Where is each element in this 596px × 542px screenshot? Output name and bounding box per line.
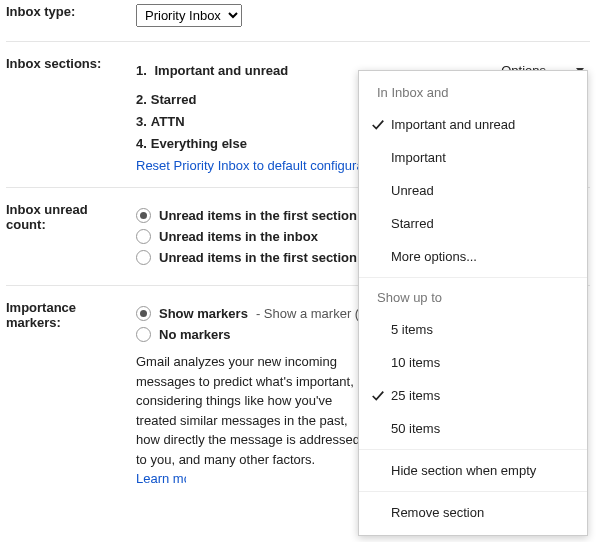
divider: [6, 41, 590, 42]
dropdown-header: In Inbox and: [359, 77, 587, 108]
dropdown-limit-item[interactable]: 50 items: [359, 412, 587, 445]
radio-label: No markers: [159, 327, 231, 342]
section-name: Starred: [151, 92, 197, 107]
label-importance: Importance markers:: [0, 296, 130, 493]
dropdown-limit-item[interactable]: 5 items: [359, 313, 587, 346]
dropdown-limit-item[interactable]: 10 items: [359, 346, 587, 379]
dropdown-divider: [359, 449, 587, 450]
label-inbox-type: Inbox type:: [0, 0, 130, 31]
dropdown-filter-item[interactable]: Unread: [359, 174, 587, 207]
radio-label: Unread items in the inbox: [159, 229, 318, 244]
dropdown-filter-item[interactable]: Important: [359, 141, 587, 174]
check-icon: [371, 118, 385, 132]
section-name: Everything else: [151, 136, 247, 151]
radio-show-markers[interactable]: [136, 306, 151, 321]
label-inbox-sections: Inbox sections:: [0, 52, 130, 177]
section-number: 1.: [136, 63, 147, 78]
radio-label: Show markers: [159, 306, 248, 321]
section-number: 3.: [136, 114, 147, 129]
dropdown-filter-item[interactable]: Starred: [359, 207, 587, 240]
learn-more-link[interactable]: Learn more: [136, 469, 186, 489]
dropdown-filter-item[interactable]: Important and unread: [359, 108, 587, 141]
check-icon: [371, 389, 385, 403]
reset-link[interactable]: Reset Priority Inbox to default configur…: [136, 158, 381, 173]
radio-unread-both[interactable]: [136, 250, 151, 265]
section-number: 4.: [136, 136, 147, 151]
dropdown-divider: [359, 277, 587, 278]
dropdown-limit-item[interactable]: 25 items: [359, 379, 587, 412]
radio-no-markers[interactable]: [136, 327, 151, 342]
radio-label: Unread items in the first section: [159, 208, 357, 223]
marker-desc: - Show a marker (: [256, 306, 359, 321]
dropdown-divider: [359, 491, 587, 492]
importance-description: Gmail analyzes your new incoming message…: [136, 352, 366, 489]
dropdown-filter-item[interactable]: More options...: [359, 240, 587, 273]
label-unread-count: Inbox unread count:: [0, 198, 130, 275]
options-dropdown: In Inbox and Important and unreadImporta…: [358, 70, 588, 493]
radio-unread-inbox[interactable]: [136, 229, 151, 244]
dropdown-hide-empty[interactable]: Hide section when empty: [359, 454, 587, 487]
section-name: Important and unread: [154, 63, 288, 78]
section-number: 2.: [136, 92, 147, 107]
inbox-type-select[interactable]: Priority Inbox: [136, 4, 242, 27]
section-name: ATTN: [151, 114, 185, 129]
radio-unread-first[interactable]: [136, 208, 151, 223]
radio-label: Unread items in the first section and in…: [159, 250, 379, 265]
dropdown-header: Show up to: [359, 282, 587, 313]
